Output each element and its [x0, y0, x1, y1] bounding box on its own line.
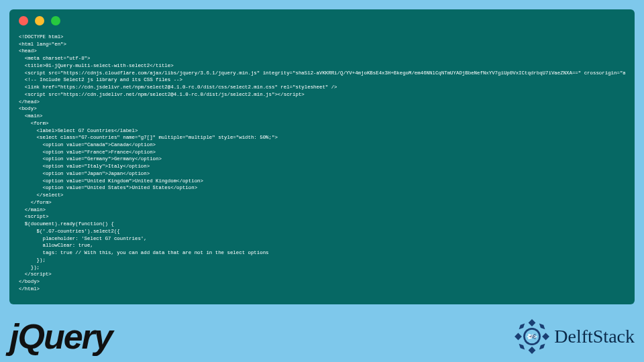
svg-marker-5 [539, 324, 545, 330]
delftstack-logo: </> DelftStack [514, 318, 635, 355]
svg-marker-4 [519, 324, 525, 330]
svg-marker-0 [529, 319, 536, 326]
svg-text:</>: </> [527, 333, 537, 340]
close-icon[interactable] [19, 16, 28, 25]
code-terminal: <!DOCTYPE html> <html lang="en"> <head> … [9, 9, 635, 304]
delftstack-text: DelftStack [554, 326, 635, 347]
svg-marker-6 [519, 344, 525, 350]
minimize-icon[interactable] [35, 16, 44, 25]
jquery-logo: jQuery [9, 316, 112, 357]
svg-marker-3 [542, 333, 549, 341]
maximize-icon[interactable] [51, 16, 60, 25]
window-controls [19, 16, 625, 25]
footer: jQuery </> DelftStack [9, 316, 635, 357]
code-block: <!DOCTYPE html> <html lang="en"> <head> … [19, 34, 625, 292]
svg-marker-1 [529, 347, 536, 354]
svg-marker-2 [515, 333, 522, 341]
delftstack-icon: </> [514, 318, 550, 355]
svg-marker-7 [539, 344, 545, 350]
